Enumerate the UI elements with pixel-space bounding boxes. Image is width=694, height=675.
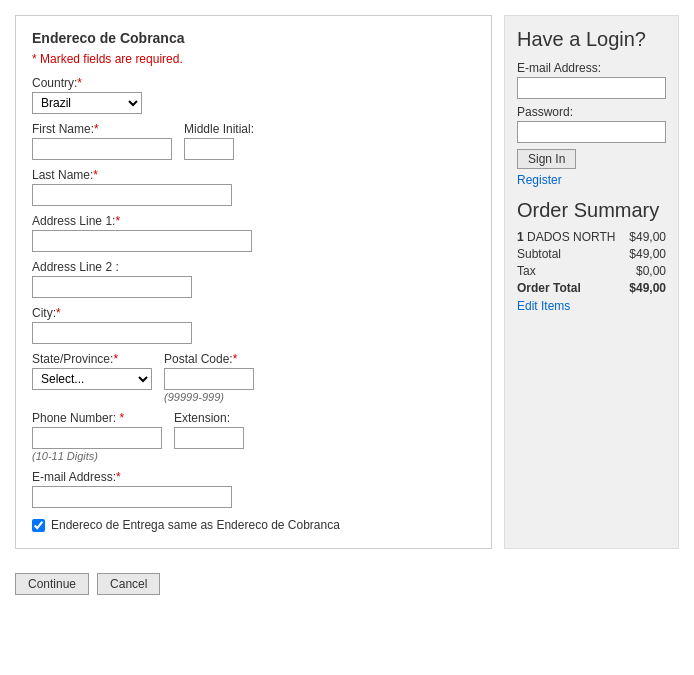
edit-items-link[interactable]: Edit Items (517, 299, 666, 313)
subtotal-label: Subtotal (517, 247, 561, 261)
address2-group: Address Line 2 : (32, 260, 192, 298)
same-address-row: Endereco de Entrega same as Endereco de … (32, 518, 475, 532)
state-group: State/Province:* Select... São Paulo Rio… (32, 352, 152, 390)
sidebar: Have a Login? E-mail Address: Password: … (504, 15, 679, 549)
lastname-input[interactable] (32, 184, 232, 206)
order-summary-title: Order Summary (517, 199, 666, 222)
postalcode-group: Postal Code:* (99999-999) (164, 352, 254, 403)
email-row: E-mail Address:* (32, 470, 475, 508)
lastname-row: Last Name:* (32, 168, 475, 206)
extension-label: Extension: (174, 411, 244, 425)
section-title: Endereco de Cobranca (32, 30, 475, 46)
phone-row: Phone Number: * (10-11 Digits) Extension… (32, 411, 475, 462)
subtotal-value: $49,00 (629, 247, 666, 261)
required-note: * Marked fields are required. (32, 52, 475, 66)
address1-row: Address Line 1:* (32, 214, 475, 252)
subtotal-row: Subtotal $49,00 (517, 247, 666, 261)
signin-button[interactable]: Sign In (517, 149, 576, 169)
address1-input[interactable] (32, 230, 252, 252)
middleinitial-label: Middle Initial: (184, 122, 254, 136)
email-label: E-mail Address:* (32, 470, 232, 484)
tax-label: Tax (517, 264, 536, 278)
address2-row: Address Line 2 : (32, 260, 475, 298)
extension-input[interactable] (174, 427, 244, 449)
register-link[interactable]: Register (517, 173, 666, 187)
total-value: $49,00 (629, 281, 666, 295)
sidebar-password-input[interactable] (517, 121, 666, 143)
postalcode-input[interactable] (164, 368, 254, 390)
country-label: Country:* (32, 76, 142, 90)
extension-group: Extension: (174, 411, 244, 449)
order-item-label: 1 DADOS NORTH (517, 230, 615, 244)
login-title: Have a Login? (517, 28, 666, 51)
lastname-group: Last Name:* (32, 168, 232, 206)
email-group: E-mail Address:* (32, 470, 232, 508)
state-postal-row: State/Province:* Select... São Paulo Rio… (32, 352, 475, 403)
order-item-name: DADOS NORTH (527, 230, 615, 244)
city-input[interactable] (32, 322, 192, 344)
lastname-label: Last Name:* (32, 168, 232, 182)
address2-input[interactable] (32, 276, 192, 298)
address2-label: Address Line 2 : (32, 260, 192, 274)
firstname-group: First Name:* (32, 122, 172, 160)
order-item-row: 1 DADOS NORTH $49,00 (517, 230, 666, 244)
city-group: City:* (32, 306, 192, 344)
middleinitial-group: Middle Initial: (184, 122, 254, 160)
total-row: Order Total $49,00 (517, 281, 666, 295)
state-label: State/Province:* (32, 352, 152, 366)
city-row: City:* (32, 306, 475, 344)
order-item-qty: 1 (517, 230, 524, 244)
continue-button[interactable]: Continue (15, 573, 89, 595)
form-button-row: Continue Cancel (15, 563, 679, 595)
tax-value: $0,00 (636, 264, 666, 278)
postalcode-hint: (99999-999) (164, 391, 254, 403)
same-address-label: Endereco de Entrega same as Endereco de … (51, 518, 340, 532)
firstname-input[interactable] (32, 138, 172, 160)
name-row: First Name:* Middle Initial: (32, 122, 475, 160)
city-label: City:* (32, 306, 192, 320)
email-input[interactable] (32, 486, 232, 508)
phone-input[interactable] (32, 427, 162, 449)
middleinitial-input[interactable] (184, 138, 234, 160)
cancel-button[interactable]: Cancel (97, 573, 160, 595)
postalcode-label: Postal Code:* (164, 352, 254, 366)
billing-form-section: Endereco de Cobranca * Marked fields are… (15, 15, 492, 549)
same-address-checkbox[interactable] (32, 519, 45, 532)
sidebar-email-label: E-mail Address: (517, 61, 666, 75)
country-group: Country:* Brazil United States Canada Ar… (32, 76, 142, 114)
sidebar-email-input[interactable] (517, 77, 666, 99)
phone-group: Phone Number: * (10-11 Digits) (32, 411, 162, 462)
country-row: Country:* Brazil United States Canada Ar… (32, 76, 475, 114)
firstname-label: First Name:* (32, 122, 172, 136)
sidebar-password-label: Password: (517, 105, 666, 119)
tax-row: Tax $0,00 (517, 264, 666, 278)
phone-hint: (10-11 Digits) (32, 450, 162, 462)
total-label: Order Total (517, 281, 581, 295)
phone-label: Phone Number: * (32, 411, 162, 425)
state-select[interactable]: Select... São Paulo Rio de Janeiro Minas… (32, 368, 152, 390)
address1-label: Address Line 1:* (32, 214, 252, 228)
address1-group: Address Line 1:* (32, 214, 252, 252)
country-select[interactable]: Brazil United States Canada Argentina Ot… (32, 92, 142, 114)
order-item-price: $49,00 (629, 230, 666, 244)
